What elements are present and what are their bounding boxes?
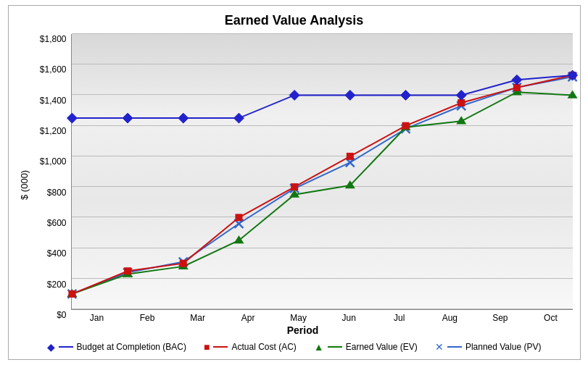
- legend-line-bac: [59, 346, 73, 348]
- legend-label-pv: Planned Value (PV): [465, 342, 542, 352]
- legend-item-ev: ▲Earned Value (EV): [314, 342, 418, 352]
- chart-body: $ (000) $0$200$400$600$800$1,000$1,200$1…: [16, 34, 573, 336]
- x-tick: Apr: [226, 313, 270, 323]
- plot-and-yaxis: $0$200$400$600$800$1,000$1,200$1,400$1,6…: [33, 34, 573, 310]
- legend-label-ac: Actual Cost (AC): [231, 342, 296, 352]
- x-tick: Jul: [378, 313, 421, 323]
- svg-marker-43: [233, 113, 244, 123]
- svg-marker-27: [456, 116, 466, 124]
- legend-item-bac: ◆Budget at Completion (BAC): [47, 342, 186, 352]
- plot-area: [71, 34, 573, 310]
- y-axis-label: $ (000): [16, 34, 32, 336]
- x-tick: May: [277, 313, 320, 323]
- x-tick: Feb: [125, 313, 169, 323]
- legend-item-pv: ✕Planned Value (PV): [435, 342, 542, 352]
- legend-line-pv: [447, 346, 462, 348]
- x-tick: Mar: [176, 313, 220, 323]
- x-tick: Sep: [479, 313, 522, 323]
- legend-line-ac: [213, 346, 228, 348]
- legend-marker-ac: ■: [204, 342, 210, 352]
- legend-marker-ev: ▲: [314, 342, 324, 352]
- x-tick: Oct: [529, 313, 572, 323]
- svg-rect-30: [68, 290, 75, 298]
- svg-marker-41: [123, 113, 133, 123]
- svg-marker-47: [456, 90, 466, 100]
- x-tick: Jan: [75, 313, 119, 323]
- svg-marker-42: [178, 113, 188, 123]
- svg-marker-45: [344, 90, 355, 100]
- y-ticks: $0$200$400$600$800$1,000$1,200$1,400$1,6…: [33, 34, 71, 310]
- legend-label-ev: Earned Value (EV): [346, 342, 418, 352]
- legend-marker-pv: ✕: [435, 342, 444, 352]
- legend-item-ac: ■Actual Cost (AC): [204, 342, 297, 352]
- chart-container: Earned Value Analysis $ (000) $0$200$400…: [8, 5, 581, 360]
- svg-rect-31: [124, 267, 131, 274]
- x-tick: Aug: [428, 313, 471, 323]
- svg-rect-34: [291, 183, 298, 190]
- svg-rect-36: [402, 122, 409, 130]
- svg-rect-35: [346, 153, 353, 160]
- svg-marker-44: [289, 90, 299, 100]
- x-axis-label: Period: [33, 324, 573, 336]
- legend-marker-bac: ◆: [47, 342, 55, 352]
- chart-title: Earned Value Analysis: [225, 13, 363, 28]
- x-axis: JanFebMarAprMayJunJulAugSepOct: [33, 313, 573, 323]
- legend-line-ev: [328, 346, 342, 348]
- chart-area: $0$200$400$600$800$1,000$1,200$1,400$1,6…: [33, 34, 573, 336]
- x-tick: Jun: [327, 313, 370, 323]
- legend: ◆Budget at Completion (BAC)■Actual Cost …: [47, 342, 542, 352]
- legend-label-bac: Budget at Completion (BAC): [77, 342, 186, 352]
- svg-rect-32: [179, 260, 186, 267]
- chart-svg: [72, 34, 573, 309]
- svg-marker-29: [567, 90, 577, 98]
- svg-marker-46: [400, 90, 410, 100]
- svg-rect-33: [235, 214, 242, 221]
